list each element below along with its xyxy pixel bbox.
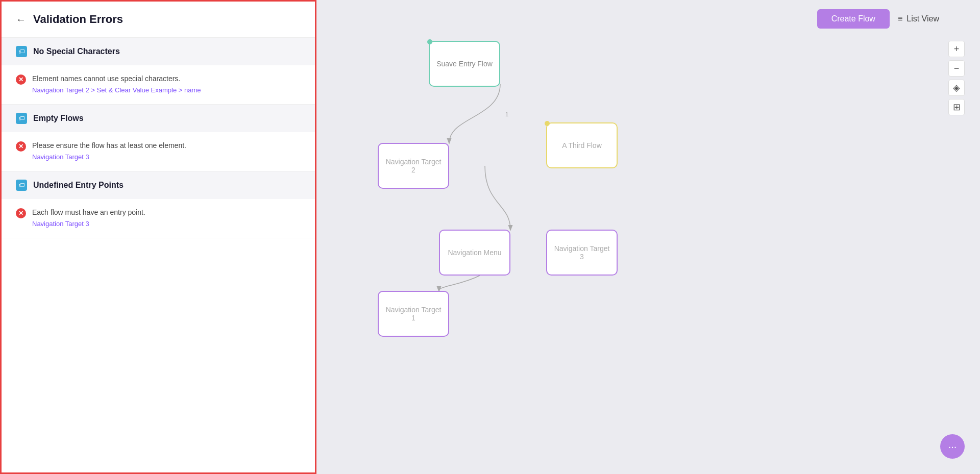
node-suave-entry-flow[interactable]: Suave Entry Flow	[429, 41, 500, 87]
list-view-label: List View	[906, 14, 939, 23]
error-content-undefined-entry: Each flow must have an entry point. Navi…	[32, 207, 145, 228]
arrows-svg: 1 1	[316, 0, 980, 474]
image-view-button[interactable]: ⊞	[948, 99, 965, 115]
tag-icon-empty-flows: 🏷	[16, 113, 27, 124]
error-item-empty-flows: ✕ Please ensure the flow has at least on…	[2, 132, 315, 171]
node-third-flow[interactable]: A Third Flow	[546, 122, 618, 168]
error-dot-undefined-entry: ✕	[16, 208, 26, 218]
node-navigation-target-1[interactable]: Navigation Target 1	[378, 291, 449, 337]
node-navigation-target-3[interactable]: Navigation Target 3	[546, 230, 618, 276]
error-link-empty-flows[interactable]: Navigation Target 3	[32, 153, 186, 161]
flow-canvas[interactable]: Create Flow ≡ List View + − ◈ ⊞ 1 1	[316, 0, 980, 474]
svg-text:1: 1	[505, 111, 508, 117]
section-no-special-chars: 🏷 No Special Characters ✕ Element names …	[2, 38, 315, 105]
error-dot-special-chars: ✕	[16, 74, 26, 85]
section-title-empty-flows: Empty Flows	[33, 114, 84, 123]
node-label-nav1: Navigation Target 1	[384, 306, 443, 322]
node-navigation-menu[interactable]: Navigation Menu	[439, 230, 510, 276]
tag-icon-undefined-entry: 🏷	[16, 180, 27, 191]
node-dot-third	[545, 121, 550, 126]
zoom-controls: + − ◈ ⊞	[948, 41, 965, 115]
panel-title: Validation Errors	[33, 13, 123, 26]
error-dot-empty-flows: ✕	[16, 141, 26, 152]
node-label-menu: Navigation Menu	[448, 248, 501, 257]
node-label-suave: Suave Entry Flow	[436, 60, 493, 68]
node-label-nav3: Navigation Target 3	[552, 244, 611, 261]
back-button[interactable]: ←	[16, 14, 26, 26]
node-dot-suave	[427, 39, 432, 44]
error-description-undefined-entry: Each flow must have an entry point.	[32, 207, 145, 218]
node-navigation-target-2[interactable]: Navigation Target 2	[378, 143, 449, 189]
list-view-button[interactable]: ≡ List View	[898, 14, 939, 23]
section-undefined-entry: 🏷 Undefined Entry Points ✕ Each flow mus…	[2, 171, 315, 238]
chat-button[interactable]: ···	[940, 434, 965, 459]
panel-header: ← Validation Errors	[2, 2, 315, 38]
node-label-nav2: Navigation Target 2	[384, 158, 443, 174]
section-header-no-special-chars: 🏷 No Special Characters	[2, 38, 315, 65]
error-content-empty-flows: Please ensure the flow has at least one …	[32, 140, 186, 161]
section-title-no-special-chars: No Special Characters	[33, 47, 120, 56]
error-item-special-chars: ✕ Element names cannot use special chara…	[2, 65, 315, 104]
error-description-empty-flows: Please ensure the flow has at least one …	[32, 140, 186, 151]
tag-icon-no-special-chars: 🏷	[16, 46, 27, 57]
validation-errors-panel: ← Validation Errors 🏷 No Special Charact…	[0, 0, 316, 474]
error-link-special-chars[interactable]: Navigation Target 2 > Set & Clear Value …	[32, 86, 201, 94]
section-header-undefined-entry: 🏷 Undefined Entry Points	[2, 171, 315, 199]
zoom-in-button[interactable]: +	[948, 41, 965, 57]
zoom-out-button[interactable]: −	[948, 60, 965, 77]
node-label-third: A Third Flow	[562, 141, 602, 149]
error-link-undefined-entry[interactable]: Navigation Target 3	[32, 220, 145, 228]
section-title-undefined-entry: Undefined Entry Points	[33, 181, 124, 190]
list-view-icon: ≡	[898, 14, 902, 23]
section-header-empty-flows: 🏷 Empty Flows	[2, 105, 315, 132]
create-flow-button[interactable]: Create Flow	[817, 9, 890, 29]
error-description-special-chars: Element names cannot use special charact…	[32, 73, 201, 84]
top-bar: Create Flow ≡ List View	[316, 0, 980, 38]
error-item-undefined-entry: ✕ Each flow must have an entry point. Na…	[2, 199, 315, 238]
fit-view-button[interactable]: ◈	[948, 80, 965, 96]
section-empty-flows: 🏷 Empty Flows ✕ Please ensure the flow h…	[2, 105, 315, 171]
error-content-special-chars: Element names cannot use special charact…	[32, 73, 201, 94]
